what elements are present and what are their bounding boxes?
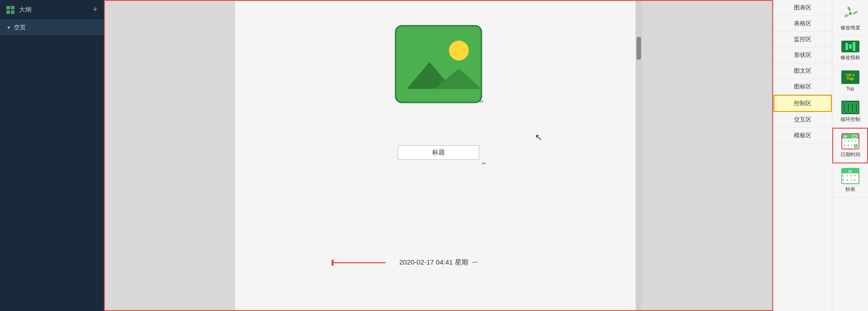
panel-item-template-zone[interactable]: 模板区 (774, 128, 832, 144)
panel-item-interact-zone[interactable]: 交互区 (774, 112, 832, 128)
svg-point-6 (849, 12, 852, 15)
datetime-text: 2020-02-17 04:41 星期 (399, 258, 468, 267)
datetime-item[interactable]: 26 1234 5678 日期时间 (832, 128, 868, 163)
stopwatch-icon: 26 1234 5678 (841, 168, 859, 184)
grid-icon (6, 6, 14, 14)
svg-rect-0 (396, 26, 481, 102)
sidebar: 大纲 + ▼ 空页 (0, 0, 104, 311)
windmill-icon (841, 5, 859, 23)
calendar-icon: 26 1234 5678 (841, 133, 859, 149)
modify-dimension-label: 修改维度 (840, 24, 860, 31)
main-area: ✏ 标题 ✏ 2020-02-17 04:41 星期 一 (104, 0, 773, 311)
panel-item-shape-zone[interactable]: 形状区 (774, 47, 832, 63)
arrow-icon: ▼ (6, 25, 11, 30)
add-page-button[interactable]: + (93, 5, 98, 14)
sidebar-item-empty-page[interactable]: ▼ 空页 (0, 20, 104, 35)
sidebar-header: 大纲 + (0, 0, 104, 20)
datetime-bar: 2020-02-17 04:41 星期 一 (399, 258, 478, 267)
panel-item-table-zone[interactable]: 表格区 (774, 16, 832, 32)
sidebar-header-left: 大纲 (6, 6, 32, 14)
top5-icon: TOP 5 Top (841, 70, 859, 84)
modify-indicator-label: 修改指标 (840, 54, 860, 61)
icon-panel: 修改维度 修改指标 TOP 5 Top Top 循环控制 (832, 0, 868, 311)
svg-point-3 (449, 41, 469, 60)
cycle-control-item[interactable]: 循环控制 (832, 96, 868, 128)
top5-item[interactable]: TOP 5 Top Top (832, 66, 868, 96)
panel-item-image-text-zone[interactable]: 图文区 (774, 63, 832, 79)
right-panel: 图表区 表格区 监控区 形状区 图文区 图标区 控制区 交互区 模板区 (773, 0, 832, 311)
image-placeholder: ✏ (393, 23, 484, 105)
canvas-area[interactable]: ✏ 标题 ✏ 2020-02-17 04:41 星期 一 (104, 0, 773, 311)
sidebar-title: 大纲 (19, 6, 32, 14)
stopwatch-label: 秒表 (845, 186, 855, 193)
panel-item-monitor-zone[interactable]: 监控区 (774, 32, 832, 47)
scrollbar-thumb[interactable] (637, 37, 641, 60)
modify-dimension-item[interactable]: 修改维度 (832, 0, 868, 36)
cycle-control-icon (841, 101, 859, 114)
title-box[interactable]: 标题 ✏ (398, 145, 479, 160)
stopwatch-item[interactable]: 26 1234 5678 秒表 (832, 163, 868, 198)
image-pen-icon: ✏ (479, 98, 484, 105)
top5-label: Top (846, 86, 854, 91)
panel-item-icon-zone[interactable]: 图标区 (774, 79, 832, 95)
modify-indicator-item[interactable]: 修改指标 (832, 36, 868, 66)
cycle-control-label: 循环控制 (840, 116, 860, 123)
datetime-label: 日期时间 (840, 151, 860, 158)
inner-canvas: ✏ 标题 ✏ 2020-02-17 04:41 星期 一 (235, 1, 642, 311)
cursor-indicator: ↖ (535, 132, 542, 143)
red-arrow (331, 258, 386, 267)
weekday-suffix: 一 (472, 259, 478, 267)
panel-item-chart-zone[interactable]: 图表区 (774, 0, 832, 16)
panel-item-control-zone[interactable]: 控制区 (774, 95, 832, 112)
title-text: 标题 (432, 149, 445, 157)
title-pen-icon: ✏ (482, 161, 486, 167)
vertical-scrollbar[interactable] (636, 1, 642, 311)
sidebar-item-label: 空页 (14, 23, 26, 32)
modify-indicator-icon (841, 41, 859, 52)
